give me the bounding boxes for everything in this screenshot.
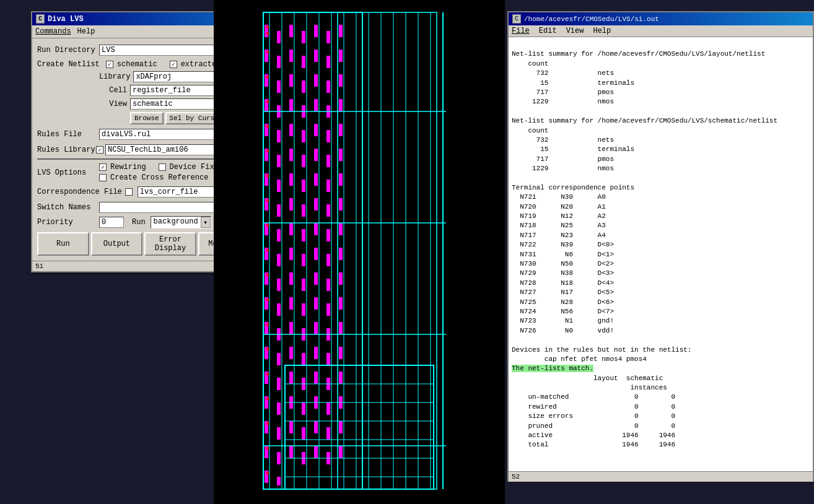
svg-rect-118	[314, 173, 318, 186]
library-label: Library	[99, 72, 133, 81]
menu-items: Commands Help	[35, 27, 95, 36]
error-display-button[interactable]: Error Display	[144, 232, 196, 256]
svg-rect-52	[277, 402, 281, 415]
svg-rect-116	[314, 124, 318, 136]
svg-rect-128	[314, 421, 318, 433]
svg-rect-109	[302, 402, 305, 415]
svg-rect-64	[266, 199, 269, 202]
svg-rect-99	[302, 155, 305, 167]
svg-rect-160	[339, 322, 343, 334]
editor-help-menu[interactable]: Help	[593, 27, 611, 35]
priority-input[interactable]	[99, 217, 124, 228]
svg-rect-71	[266, 373, 269, 375]
svg-rect-87	[289, 297, 293, 310]
svg-rect-164	[339, 421, 343, 433]
svg-rect-98	[302, 130, 305, 142]
svg-rect-93	[289, 446, 293, 458]
svg-rect-162	[339, 371, 343, 384]
svg-rect-120	[314, 223, 318, 235]
corr-file-checkbox[interactable]	[125, 188, 133, 196]
layout-viewer[interactable]	[214, 0, 505, 504]
editor-view-menu[interactable]: View	[566, 27, 584, 35]
svg-rect-119	[314, 198, 318, 211]
run-button[interactable]: Run	[37, 232, 89, 256]
svg-rect-53	[277, 427, 281, 440]
svg-rect-38	[277, 56, 281, 68]
svg-rect-94	[302, 31, 305, 43]
commands-menu[interactable]: Commands	[35, 27, 71, 36]
svg-rect-151	[339, 99, 343, 111]
device-fixing-checkbox[interactable]	[159, 163, 166, 171]
rules-library-checkbox[interactable]	[96, 146, 103, 154]
svg-rect-72	[266, 398, 269, 400]
create-netlist-label: Create Netlist	[37, 60, 100, 69]
cross-ref-checkbox[interactable]	[99, 174, 107, 181]
rules-file-label: Rules File	[37, 130, 96, 139]
cadence-logo-icon: C	[36, 14, 45, 24]
svg-rect-100	[302, 180, 305, 192]
schematic-checkbox[interactable]	[106, 61, 113, 68]
svg-rect-126	[314, 371, 318, 384]
svg-rect-66	[266, 249, 269, 251]
run-mode-label: Run	[132, 218, 146, 227]
dialog-status-number: 51	[35, 263, 43, 270]
svg-rect-47	[277, 279, 281, 291]
svg-rect-84	[289, 223, 293, 235]
schematic-browse-button[interactable]: Browse	[130, 112, 164, 124]
cell-schematic-row: Cell	[99, 85, 228, 96]
view-schematic-row: View	[99, 98, 228, 110]
editor-edit-menu[interactable]: Edit	[539, 27, 557, 35]
extracted-checkbox[interactable]	[170, 61, 177, 68]
svg-rect-92	[289, 421, 293, 433]
svg-rect-74	[266, 447, 269, 450]
svg-rect-125	[314, 347, 318, 359]
svg-rect-161	[339, 347, 343, 359]
svg-rect-135	[326, 155, 330, 167]
svg-rect-158	[339, 272, 343, 285]
priority-label: Priority	[37, 218, 96, 227]
help-menu[interactable]: Help	[77, 27, 95, 36]
svg-rect-46	[277, 254, 281, 266]
svg-rect-129	[314, 446, 318, 458]
svg-rect-148	[339, 25, 343, 37]
svg-rect-156	[339, 223, 343, 235]
svg-rect-78	[289, 74, 293, 87]
svg-rect-82	[289, 173, 293, 186]
svg-rect-115	[314, 99, 318, 111]
library-schematic-row: Library	[99, 71, 228, 82]
cross-ref-label: Create Cross Reference	[110, 173, 208, 182]
schematic-checkbox-group: schematic	[106, 60, 157, 69]
svg-rect-39	[277, 80, 281, 93]
svg-rect-48	[277, 303, 281, 316]
svg-rect-43	[277, 180, 281, 192]
svg-rect-51	[277, 378, 281, 390]
svg-rect-45	[277, 229, 281, 241]
cell-label: Cell	[99, 86, 130, 95]
svg-rect-50	[277, 353, 281, 365]
dropdown-arrow-icon[interactable]: ▼	[201, 217, 211, 228]
schematic-column: Library Cell View Browse Sel by Cursor	[99, 71, 228, 124]
svg-rect-138	[326, 229, 330, 241]
svg-rect-75	[266, 472, 269, 474]
svg-rect-81	[289, 149, 293, 161]
editor-title: /home/acevesfr/CMOSedu/LVS/si.out	[524, 15, 659, 23]
svg-rect-165	[339, 446, 343, 458]
svg-rect-44	[277, 204, 281, 217]
svg-rect-123	[314, 297, 318, 310]
layout-canvas	[214, 0, 505, 504]
rewiring-checkbox[interactable]	[99, 163, 107, 171]
svg-rect-57	[266, 32, 269, 35]
svg-rect-102	[302, 229, 305, 241]
editor-main-content: Net-list summary for /home/acevesfr/CMOS…	[512, 50, 777, 363]
editor-logo-icon: C	[512, 14, 521, 24]
svg-rect-65	[266, 224, 269, 227]
svg-rect-63	[266, 175, 269, 177]
lvs-options-label: LVS Options	[37, 168, 96, 177]
svg-rect-132	[326, 80, 330, 93]
corr-file-label: Correspondence File	[37, 188, 122, 196]
svg-rect-67	[266, 274, 269, 276]
run-mode-dropdown[interactable]: background ▼	[151, 216, 211, 228]
output-button[interactable]: Output	[91, 232, 143, 256]
editor-content-area[interactable]: Net-list summary for /home/acevesfr/CMOS…	[509, 37, 813, 471]
editor-file-menu[interactable]: File	[512, 27, 530, 35]
